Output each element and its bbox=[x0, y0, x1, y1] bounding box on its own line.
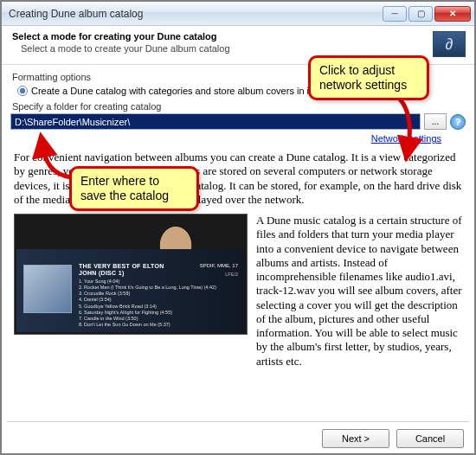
next-button[interactable]: Next > bbox=[322, 429, 389, 448]
callout-save-location: Enter where to save the catalog bbox=[69, 166, 199, 211]
preview-album-title-2: JOHN (DISC 1) bbox=[79, 270, 125, 276]
callout-network-settings: Click to adjust network settings bbox=[308, 55, 429, 100]
catalog-preview-image: THE VERY BEST OF ELTON JOHN (DISC 1) 1. … bbox=[14, 214, 248, 335]
description-paragraph-2: A Dune music catalog is a certain struct… bbox=[256, 214, 462, 368]
arrow-to-network-link bbox=[374, 92, 426, 154]
window-controls: ─ ▢ ✕ bbox=[383, 6, 471, 22]
wizard-footer: Next > Cancel bbox=[7, 421, 469, 448]
close-button[interactable]: ✕ bbox=[434, 6, 471, 22]
window-title: Creating Dune album catalog bbox=[9, 8, 383, 20]
radio-icon bbox=[17, 86, 28, 96]
maximize-button[interactable]: ▢ bbox=[408, 6, 433, 22]
header-title: Select a mode for creating your Dune cat… bbox=[12, 31, 433, 42]
preview-meta-1: SPDIF, MME, 17 bbox=[200, 263, 238, 268]
cancel-button[interactable]: Cancel bbox=[396, 429, 464, 448]
preview-meta-2: LFE/2 bbox=[225, 272, 238, 277]
album-cover-thumb bbox=[23, 265, 72, 313]
help-icon[interactable]: ? bbox=[450, 114, 466, 130]
header-subtitle: Select a mode to create your Dune album … bbox=[12, 43, 433, 54]
app-logo-icon: ∂ bbox=[433, 31, 466, 57]
preview-album-title-1: THE VERY BEST OF ELTON bbox=[79, 263, 164, 269]
catalog-path-input[interactable] bbox=[10, 113, 421, 130]
window-titlebar: Creating Dune album catalog ─ ▢ ✕ bbox=[2, 2, 474, 26]
preview-tracklist: 1. Your Song (4:04) 2. Rocket Man (I Thi… bbox=[79, 279, 216, 328]
minimize-button[interactable]: ─ bbox=[383, 6, 407, 22]
browse-button[interactable]: ... bbox=[424, 113, 447, 130]
radio-label: Create a Dune catalog with categories an… bbox=[31, 86, 312, 96]
media-row: THE VERY BEST OF ELTON JOHN (DISC 1) 1. … bbox=[2, 214, 474, 368]
